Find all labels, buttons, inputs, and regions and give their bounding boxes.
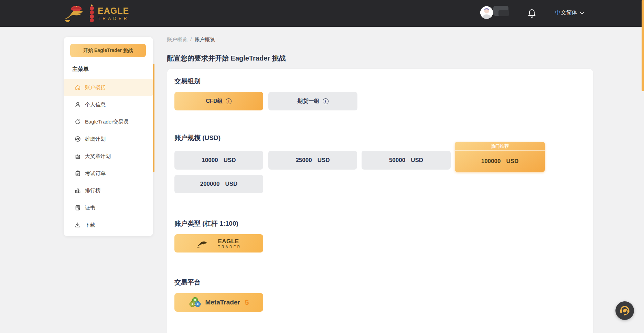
certificate-icon [75, 205, 81, 211]
size-option-100000-selected[interactable]: 热门推荐 100000 USD [455, 142, 545, 172]
brand-logo: EAGLE TRADER [64, 3, 129, 24]
sidebar-item-label: 下载 [85, 222, 95, 228]
metatrader5-logo-icon [189, 296, 202, 309]
section-title-trading-group: 交易组别 [174, 77, 201, 86]
challenge-config-card: 交易组别 CFD组 i 期货一组 i 账户规模 (USD) 10000 USD … [167, 69, 593, 333]
size-option-200000[interactable]: 200000 USD [174, 175, 263, 193]
sidebar-item-label: 个人信息 [85, 101, 106, 108]
crown-icon [75, 153, 81, 159]
size-currency: USD [318, 157, 330, 164]
size-option-25000[interactable]: 25000 USD [268, 151, 357, 170]
size-currency: USD [411, 157, 423, 164]
info-icon[interactable]: i [226, 98, 232, 104]
sidebar-item-label: 证书 [85, 205, 95, 211]
group-option-label: CFD组 [206, 98, 223, 105]
username-redacted-block-2 [498, 10, 509, 16]
divider [214, 238, 214, 249]
platform-metatrader5-button[interactable]: MetaTrader 5 [174, 293, 263, 312]
support-chat-button[interactable] [615, 301, 634, 320]
refresh-icon [75, 119, 81, 125]
sidebar-item-label: 大奖章计划 [85, 153, 111, 160]
size-currency: USD [224, 157, 236, 164]
size-amount: 50000 [389, 157, 405, 164]
eagle-logo-icon [64, 4, 86, 22]
page-title: 配置您的要求并开始 EagleTrader 挑战 [167, 54, 286, 63]
section-title-account-type: 账户类型 (杠杆 1:100) [174, 219, 238, 228]
breadcrumb-current: 账户概览 [194, 36, 215, 43]
account-type-brand-line2: TRADER [218, 245, 241, 249]
language-selector[interactable]: 中文简体 [555, 9, 584, 17]
sidebar-item-trader[interactable]: EagleTrader交易员 [64, 113, 153, 130]
eagle-dark-icon [196, 239, 211, 248]
size-amount: 100000 [481, 158, 501, 165]
group-option-cfd[interactable]: CFD组 i [174, 92, 263, 110]
size-option-50000[interactable]: 50000 USD [362, 151, 451, 170]
sidebar-item-download[interactable]: 下载 [64, 216, 153, 234]
account-type-brand-line1: EAGLE [218, 238, 241, 244]
platform-version: 5 [245, 298, 249, 307]
sidebar-item-label: 雄鹰计划 [85, 136, 106, 142]
section-title-account-size: 账户规模 (USD) [174, 133, 221, 142]
user-icon [75, 101, 81, 108]
group-option-futures[interactable]: 期货一组 i [268, 92, 357, 110]
language-label: 中文简体 [555, 9, 577, 17]
group-option-label: 期货一组 [298, 98, 320, 105]
breadcrumb: 账户概览 / 账户概览 [167, 36, 215, 43]
hot-badge: 热门推荐 [455, 142, 545, 151]
download-icon [75, 222, 81, 228]
breadcrumb-parent[interactable]: 账户概览 [167, 36, 187, 43]
section-title-platform: 交易平台 [174, 278, 201, 287]
sidebar-item-label: 排行榜 [85, 187, 100, 194]
notifications-bell-icon[interactable] [527, 9, 536, 18]
ranking-icon [75, 187, 81, 194]
skewer-icon [89, 4, 94, 23]
info-icon[interactable]: i [323, 98, 329, 104]
eagle-icon [75, 136, 81, 142]
home-icon [75, 84, 81, 90]
sidebar-item-exam-orders[interactable]: 考试订单 [64, 165, 153, 182]
sidebar: 开始 EagleTrader 挑战 主菜单 账户概括 个人信息 EagleTra… [64, 37, 153, 236]
sidebar-item-personal-info[interactable]: 个人信息 [64, 96, 153, 113]
breadcrumb-separator: / [190, 36, 192, 43]
chevron-down-icon [580, 12, 584, 14]
sidebar-item-label: 考试订单 [85, 170, 106, 177]
platform-name: MetaTrader [205, 299, 240, 306]
sidebar-item-leaderboard[interactable]: 排行榜 [64, 182, 153, 199]
size-currency: USD [506, 158, 518, 165]
brand-name-line1: EAGLE [98, 7, 129, 15]
sidebar-item-medallion-plan[interactable]: 大奖章计划 [64, 148, 153, 165]
sidebar-item-label: 账户概括 [85, 84, 106, 91]
user-avatar[interactable] [480, 6, 493, 19]
brand-name-line2: TRADER [98, 17, 129, 21]
clipboard-icon [75, 170, 81, 176]
sidebar-item-eagle-plan[interactable]: 雄鹰计划 [64, 130, 153, 148]
sidebar-item-label: EagleTrader交易员 [85, 119, 129, 125]
account-type-eagle-button[interactable]: EAGLE TRADER [174, 234, 263, 253]
size-amount: 200000 [200, 181, 220, 187]
size-option-10000[interactable]: 10000 USD [174, 151, 263, 170]
size-amount: 10000 [202, 157, 218, 164]
sidebar-menu: 账户概括 个人信息 EagleTrader交易员 雄鹰计划 大奖章计划 考试订单… [64, 79, 153, 234]
sidebar-item-certificate[interactable]: 证书 [64, 199, 153, 216]
size-amount: 25000 [296, 157, 312, 164]
sidebar-item-account-overview[interactable]: 账户概括 [64, 79, 153, 96]
top-header: EAGLE TRADER 中文简体 [0, 0, 644, 27]
headset-icon [619, 305, 631, 316]
start-challenge-button[interactable]: 开始 EagleTrader 挑战 [70, 44, 146, 57]
page-scrollbar-thumb[interactable] [642, 0, 644, 91]
size-currency: USD [225, 181, 237, 187]
sidebar-section-label: 主菜单 [72, 66, 89, 73]
